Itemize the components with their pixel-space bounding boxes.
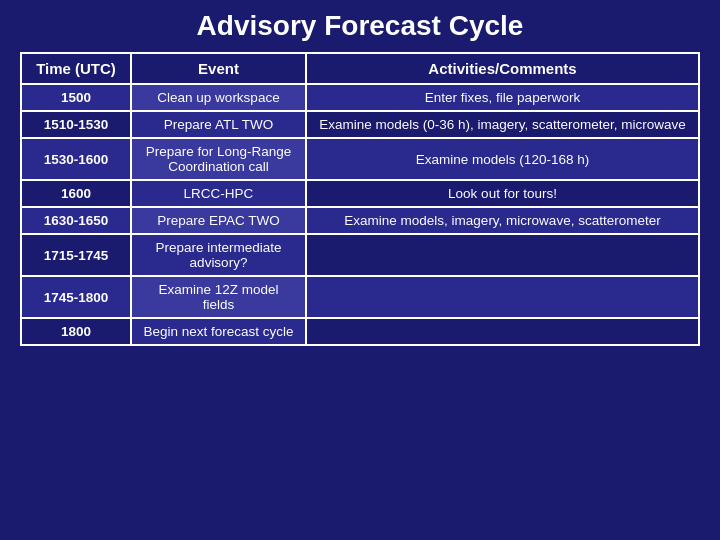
cell-time: 1800 [21, 318, 131, 345]
forecast-table: Time (UTC) Event Activities/Comments 150… [20, 52, 700, 346]
cell-activities: Examine models, imagery, microwave, scat… [306, 207, 699, 234]
cell-activities [306, 276, 699, 318]
cell-event: Prepare EPAC TWO [131, 207, 306, 234]
cell-event: Prepare intermediate advisory? [131, 234, 306, 276]
cell-time: 1500 [21, 84, 131, 111]
cell-activities: Examine models (0-36 h), imagery, scatte… [306, 111, 699, 138]
cell-time: 1530-1600 [21, 138, 131, 180]
cell-event: LRCC-HPC [131, 180, 306, 207]
cell-event: Examine 12Z model fields [131, 276, 306, 318]
header-time: Time (UTC) [21, 53, 131, 84]
cell-time: 1630-1650 [21, 207, 131, 234]
table-row: 1630-1650Prepare EPAC TWOExamine models,… [21, 207, 699, 234]
table-row: 1510-1530Prepare ATL TWOExamine models (… [21, 111, 699, 138]
table-row: 1715-1745Prepare intermediate advisory? [21, 234, 699, 276]
cell-event: Begin next forecast cycle [131, 318, 306, 345]
table-row: 1500Clean up workspaceEnter fixes, file … [21, 84, 699, 111]
cell-activities [306, 318, 699, 345]
cell-activities: Enter fixes, file paperwork [306, 84, 699, 111]
table-row: 1745-1800Examine 12Z model fields [21, 276, 699, 318]
cell-time: 1510-1530 [21, 111, 131, 138]
cell-event: Prepare ATL TWO [131, 111, 306, 138]
cell-activities: Look out for tours! [306, 180, 699, 207]
cell-event: Clean up workspace [131, 84, 306, 111]
cell-activities: Examine models (120-168 h) [306, 138, 699, 180]
table-row: 1530-1600Prepare for Long-Range Coordina… [21, 138, 699, 180]
cell-activities [306, 234, 699, 276]
table-row: 1800Begin next forecast cycle [21, 318, 699, 345]
header-activities: Activities/Comments [306, 53, 699, 84]
table-row: 1600LRCC-HPCLook out for tours! [21, 180, 699, 207]
cell-time: 1745-1800 [21, 276, 131, 318]
cell-time: 1600 [21, 180, 131, 207]
cell-event: Prepare for Long-Range Coordination call [131, 138, 306, 180]
page-title: Advisory Forecast Cycle [197, 10, 524, 42]
cell-time: 1715-1745 [21, 234, 131, 276]
header-event: Event [131, 53, 306, 84]
